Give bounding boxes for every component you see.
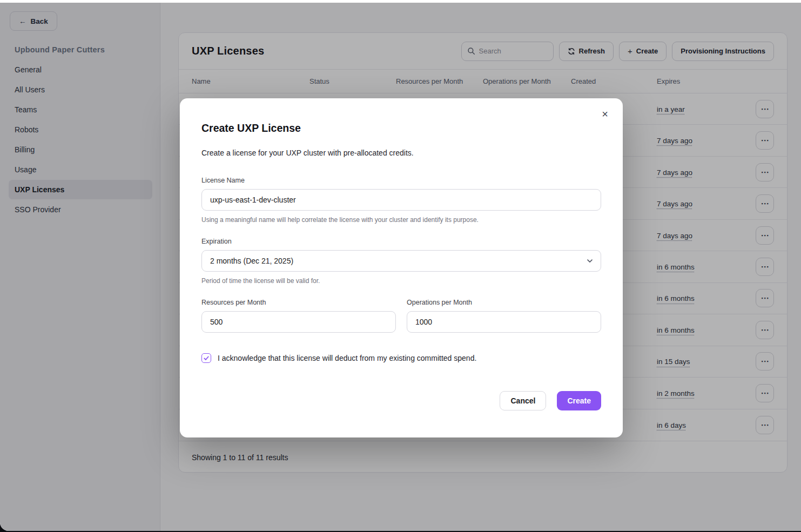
chevron-down-icon xyxy=(585,257,594,265)
operations-per-month-field[interactable] xyxy=(407,311,601,333)
modal-description: Create a license for your UXP cluster wi… xyxy=(201,149,601,157)
checkmark-icon xyxy=(203,355,210,361)
expiration-helper: Period of time the license will be valid… xyxy=(201,277,601,285)
close-icon[interactable]: × xyxy=(597,106,613,122)
acknowledge-checkbox[interactable] xyxy=(201,353,211,363)
resources-per-month-field[interactable] xyxy=(201,311,396,333)
window-top-edge xyxy=(0,0,801,3)
resources-field-group: Resources per Month xyxy=(201,299,396,333)
expiration-select[interactable]: 2 months (Dec 21, 2025) xyxy=(201,250,601,272)
license-name-field[interactable] xyxy=(201,189,601,211)
modal-create-button[interactable]: Create xyxy=(557,391,601,410)
cancel-button[interactable]: Cancel xyxy=(500,391,546,410)
operations-field-group: Operations per Month xyxy=(407,299,601,333)
screen: ← Back Upbound Paper Cutters GeneralAll … xyxy=(0,0,801,532)
expiration-label: Expiration xyxy=(201,238,601,245)
create-license-modal: × Create UXP License Create a license fo… xyxy=(180,98,623,437)
app-window: ← Back Upbound Paper Cutters GeneralAll … xyxy=(0,3,801,531)
expiration-selected-value: 2 months (Dec 21, 2025) xyxy=(210,257,293,265)
modal-actions: Cancel Create xyxy=(201,391,601,410)
license-name-helper: Using a meaningful name will help correl… xyxy=(201,216,601,224)
resources-per-month-label: Resources per Month xyxy=(201,299,396,306)
license-name-label: License Name xyxy=(201,177,601,184)
operations-per-month-label: Operations per Month xyxy=(407,299,601,306)
acknowledge-row: I acknowledge that this license will ded… xyxy=(201,353,601,363)
modal-title: Create UXP License xyxy=(201,122,601,134)
acknowledge-label: I acknowledge that this license will ded… xyxy=(218,354,476,362)
